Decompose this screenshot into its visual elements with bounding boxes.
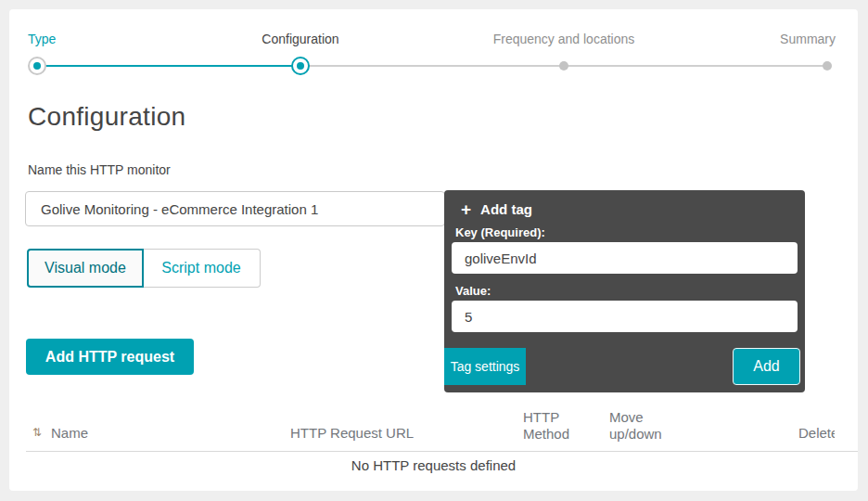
tag-value-input[interactable] (452, 301, 798, 332)
visual-mode-button[interactable]: Visual mode (27, 249, 144, 288)
table-header-divider (26, 451, 858, 452)
step-label-frequency: Frequency and locations (493, 32, 635, 46)
sort-icon[interactable]: ⇅ (32, 426, 42, 439)
step-label-type[interactable]: Type (28, 32, 56, 46)
step-dot-frequency (559, 61, 568, 71)
stepper-line-completed (37, 65, 300, 67)
tag-key-input[interactable] (452, 242, 798, 274)
column-header-method: HTTP Method (523, 409, 582, 443)
add-http-request-button[interactable]: Add HTTP request (26, 339, 194, 375)
monitor-name-label: Name this HTTP monitor (28, 162, 171, 177)
step-label-configuration: Configuration (262, 32, 338, 46)
tag-key-label: Key (Required): (455, 225, 545, 239)
script-mode-button[interactable]: Script mode (143, 249, 261, 288)
tag-value-label: Value: (455, 284, 491, 298)
wizard-card: Type Configuration Frequency and locatio… (9, 9, 858, 491)
monitor-name-input[interactable] (25, 191, 445, 226)
page-title: Configuration (28, 102, 185, 132)
empty-table-message: No HTTP requests defined (9, 457, 858, 473)
step-dot-summary (823, 61, 832, 71)
add-tag-title: Add tag (480, 201, 532, 217)
column-header-url: HTTP Request URL (290, 425, 414, 441)
step-label-summary: Summary (780, 32, 836, 46)
step-dot-type[interactable] (28, 57, 46, 75)
column-header-move: Move up/down (609, 409, 676, 443)
plus-icon: + (461, 200, 471, 218)
step-dot-configuration[interactable] (291, 57, 310, 75)
add-tag-header: + Add tag (461, 200, 532, 218)
tag-add-button[interactable]: Add (733, 348, 800, 385)
tag-settings-button[interactable]: Tag settings (444, 348, 526, 385)
column-header-name: Name (51, 425, 88, 441)
column-header-delete: Delete (798, 425, 835, 441)
add-tag-panel: + Add tag Key (Required): Value: Tag set… (444, 190, 805, 392)
